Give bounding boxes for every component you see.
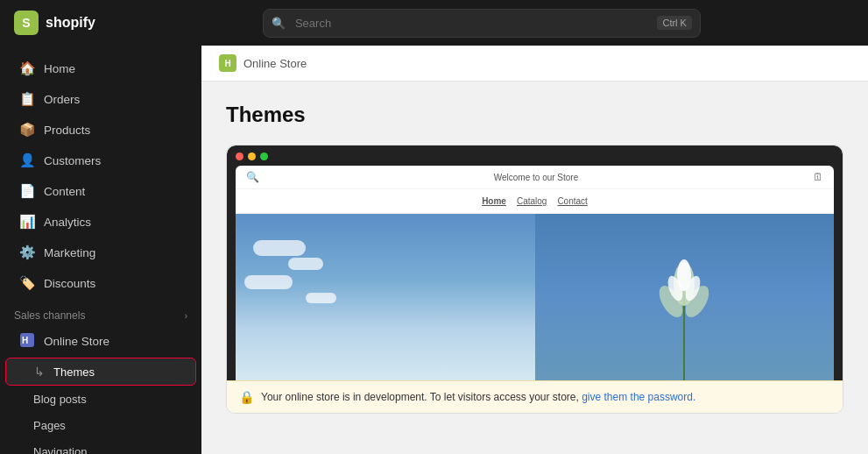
sidebar-item-online-store[interactable]: H Online Store (5, 326, 196, 357)
app-name: shopify (46, 15, 95, 31)
minimize-dot (248, 153, 256, 160)
breadcrumb-icon: H (219, 54, 236, 72)
content-area: Themes 🔍 Welcome to our Store 🗓 (201, 82, 868, 454)
calendar-icon-fake: 🗓 (813, 171, 823, 183)
sidebar-item-label: Discounts (44, 277, 95, 290)
sidebar-item-label: Analytics (44, 216, 91, 229)
marketing-icon: ⚙️ (19, 245, 35, 260)
search-input[interactable] (263, 9, 701, 38)
online-store-label: Online Store (44, 335, 109, 348)
cloud-4 (306, 293, 336, 303)
svg-text:H: H (22, 336, 28, 345)
fake-store-nav: Home Catalog Contact (482, 196, 588, 206)
theme-image-area (236, 214, 834, 380)
breadcrumb-text: Online Store (243, 57, 307, 70)
themes-label: Themes (53, 365, 95, 379)
chevron-right-icon: › (185, 311, 187, 321)
flower-image (535, 214, 835, 380)
sidebar-item-analytics[interactable]: 📊 Analytics (5, 207, 196, 237)
shopify-logo-icon: S (14, 11, 39, 35)
lock-icon: 🔒 (239, 390, 254, 404)
orders-icon: 📋 (19, 91, 35, 107)
sidebar-item-marketing[interactable]: ⚙️ Marketing (5, 238, 196, 267)
close-dot (236, 153, 243, 160)
search-shortcut: Ctrl K (657, 16, 692, 30)
online-store-icon: H (19, 333, 35, 350)
notification-bar: 🔒 Your online store is in development. T… (227, 380, 843, 413)
themes-connector-icon: ↳ (34, 365, 45, 379)
browser-chrome: 🔍 Welcome to our Store 🗓 Home Catalog Co… (227, 145, 843, 380)
flower-svg (649, 231, 719, 380)
search-icon-fake: 🔍 (246, 171, 259, 183)
sidebar-item-content[interactable]: 📄 Content (5, 176, 196, 206)
sidebar-item-label: Content (44, 185, 85, 198)
sidebar: 🏠 Home 📋 Orders 📦 Products 👤 Customers 📄… (0, 46, 201, 454)
home-icon: 🏠 (19, 60, 35, 76)
top-navigation: S shopify 🔍 Ctrl K (0, 0, 868, 46)
logo: S shopify (14, 11, 95, 35)
content-icon: 📄 (19, 183, 35, 199)
cloud-1 (253, 240, 306, 256)
breadcrumb: H Online Store (201, 46, 868, 82)
fake-browser-nav-bar: Home Catalog Contact (236, 189, 834, 214)
sidebar-item-customers[interactable]: 👤 Customers (5, 145, 196, 175)
search-bar[interactable]: 🔍 Ctrl K (263, 9, 701, 38)
sidebar-item-label: Orders (44, 93, 80, 106)
theme-preview-card: 🔍 Welcome to our Store 🗓 Home Catalog Co… (226, 145, 843, 414)
pages-label: Pages (33, 419, 66, 432)
notification-text: Your online store is in development. To … (261, 391, 695, 403)
search-icon: 🔍 (272, 17, 286, 30)
sidebar-item-label: Products (44, 124, 90, 137)
discounts-icon: 🏷️ (19, 275, 35, 291)
main-layout: 🏠 Home 📋 Orders 📦 Products 👤 Customers 📄… (0, 46, 868, 454)
cloud-2 (288, 258, 323, 270)
maximize-dot (260, 153, 268, 160)
sales-channels-label: Sales channels › (0, 299, 201, 325)
sidebar-sub-item-blog-posts[interactable]: Blog posts (5, 387, 196, 412)
blog-posts-label: Blog posts (33, 393, 87, 406)
navigation-label: Navigation (33, 445, 87, 454)
sidebar-item-label: Home (44, 62, 75, 75)
sidebar-item-label: Marketing (44, 246, 95, 259)
customers-icon: 👤 (19, 153, 35, 168)
analytics-icon: 📊 (19, 214, 35, 230)
page-title: Themes (226, 103, 843, 127)
fake-store-header: 🔍 Welcome to our Store 🗓 (236, 166, 834, 189)
nav-home[interactable]: Home (482, 196, 506, 206)
sidebar-sub-item-pages[interactable]: Pages (5, 413, 196, 438)
sidebar-sub-item-navigation[interactable]: Navigation (5, 439, 196, 454)
sky-image (236, 214, 535, 380)
sidebar-item-products[interactable]: 📦 Products (5, 115, 196, 145)
products-icon: 📦 (19, 122, 35, 138)
sidebar-item-discounts[interactable]: 🏷️ Discounts (5, 268, 196, 298)
nav-catalog[interactable]: Catalog (517, 196, 547, 206)
notification-link[interactable]: give them the password. (582, 391, 695, 403)
browser-dots (236, 153, 834, 160)
nav-contact[interactable]: Contact (557, 196, 587, 206)
sidebar-item-orders[interactable]: 📋 Orders (5, 84, 196, 114)
sidebar-item-home[interactable]: 🏠 Home (5, 53, 196, 83)
cloud-3 (244, 275, 293, 289)
sidebar-item-label: Customers (44, 154, 101, 167)
main-content: H Online Store Themes 🔍 Welcome to our (201, 46, 868, 454)
browser-screen: 🔍 Welcome to our Store 🗓 Home Catalog Co… (236, 166, 834, 380)
sidebar-sub-item-themes[interactable]: ↳ Themes (5, 358, 196, 386)
store-welcome-text: Welcome to our Store (494, 173, 579, 182)
